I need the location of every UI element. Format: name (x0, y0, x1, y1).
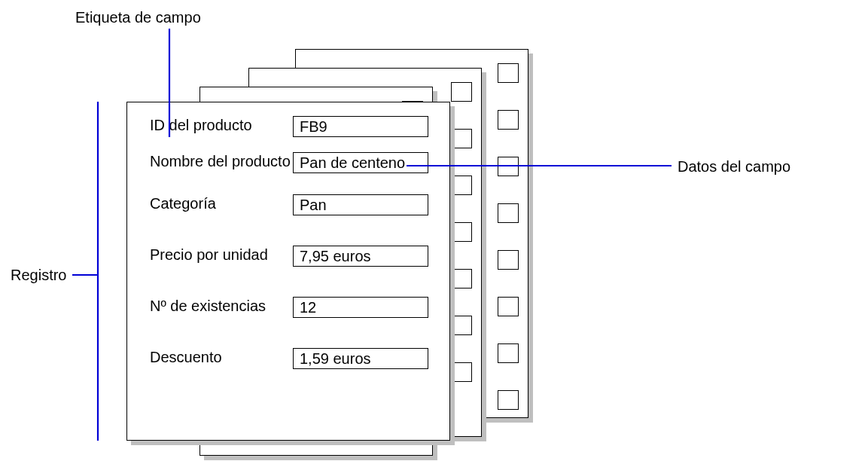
annotation-record: Registro (11, 267, 66, 284)
field-row: ID del producto FB9 (150, 116, 428, 137)
slot (498, 250, 519, 270)
field-value: Pan (293, 194, 428, 215)
slot (498, 203, 519, 223)
empty-slots (451, 82, 472, 382)
field-label: Categoría (150, 194, 293, 212)
field-label: ID del producto (150, 116, 293, 134)
slot (451, 362, 472, 382)
field-value: 7,95 euros (293, 246, 428, 267)
field-label: Precio por unidad (150, 246, 293, 264)
annotation-field-data: Datos del campo (678, 158, 790, 176)
field-label: Descuento (150, 348, 293, 366)
field-label: Nombre del producto (150, 152, 293, 170)
record-card-front: ID del producto FB9 Nombre del producto … (126, 102, 450, 441)
slot (498, 343, 519, 363)
field-row: Nombre del producto Pan de centeno (150, 152, 428, 173)
slot (498, 63, 519, 83)
slot (498, 157, 519, 176)
field-label: Nº de existencias (150, 297, 293, 315)
slot (498, 110, 519, 130)
slot (498, 390, 519, 410)
slot (498, 297, 519, 316)
field-value: Pan de centeno (293, 152, 428, 173)
field-value: 12 (293, 297, 428, 318)
record-fields: ID del producto FB9 Nombre del producto … (150, 116, 428, 369)
slot (451, 269, 472, 289)
slot (451, 129, 472, 148)
field-row: Categoría Pan (150, 194, 428, 215)
field-row: Descuento 1,59 euros (150, 348, 428, 369)
field-value: 1,59 euros (293, 348, 428, 369)
empty-slots (498, 63, 519, 410)
slot (451, 316, 472, 335)
annotation-field-label: Etiqueta de campo (75, 9, 201, 26)
slot (451, 176, 472, 195)
slot (451, 82, 472, 102)
diagram-stage: ID del producto FB9 Nombre del producto … (0, 0, 868, 461)
field-row: Nº de existencias 12 (150, 297, 428, 318)
field-value: FB9 (293, 116, 428, 137)
slot (451, 222, 472, 242)
field-row: Precio por unidad 7,95 euros (150, 246, 428, 267)
